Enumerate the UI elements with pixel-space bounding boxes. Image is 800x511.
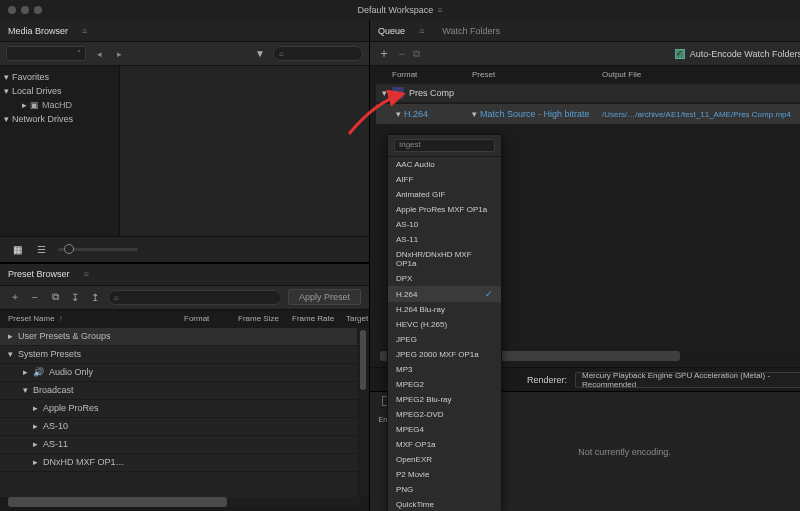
format-option[interactable]: MPEG2	[388, 377, 501, 392]
nav-forward-icon[interactable]: ▸	[112, 47, 126, 61]
format-option[interactable]: H.264 Blu-ray	[388, 302, 501, 317]
tree-local-drives[interactable]: Local Drives	[2, 84, 117, 98]
preset-dropdown-trigger[interactable]	[472, 109, 477, 119]
delete-preset-icon[interactable]: −	[28, 290, 42, 304]
media-browser-content	[120, 66, 369, 236]
format-option[interactable]: Apple ProRes MXF OP1a	[388, 202, 501, 217]
thumbnail-view-icon[interactable]: ▦	[10, 242, 24, 256]
renderer-dropdown[interactable]: Mercury Playback Engine GPU Acceleration…	[575, 372, 800, 388]
preset-row[interactable]: 🔊Audio Only	[0, 364, 357, 382]
format-option[interactable]: AIFF	[388, 172, 501, 187]
queue-job-row[interactable]: H.264 Match Source - High bitrate /Users…	[376, 104, 800, 124]
format-option[interactable]: MPEG2 Blu-ray	[388, 392, 501, 407]
job-format[interactable]: H.264	[404, 109, 428, 119]
format-option[interactable]: JPEG	[388, 332, 501, 347]
preset-vscroll[interactable]	[357, 328, 369, 498]
media-search-input[interactable]: ⌕	[273, 46, 363, 61]
comp-disclosure-icon[interactable]	[382, 88, 387, 98]
format-option[interactable]: JPEG 2000 MXF OP1a	[388, 347, 501, 362]
format-option[interactable]: MPEG4	[388, 422, 501, 437]
format-dropdown-trigger[interactable]	[396, 109, 401, 119]
remove-source-button[interactable]: −	[398, 47, 405, 61]
filter-icon[interactable]: ▼	[253, 47, 267, 61]
format-option[interactable]: OpenEXR	[388, 452, 501, 467]
preset-row[interactable]: DNxHD MXF OP1…	[0, 454, 357, 472]
traffic-min[interactable]	[21, 6, 29, 14]
thumbnail-zoom-slider[interactable]	[58, 248, 138, 251]
tab-queue[interactable]: Queue	[378, 26, 405, 36]
duplicate-button[interactable]: ⧉	[413, 48, 420, 60]
format-option[interactable]: MP3	[388, 362, 501, 377]
tab-media-browser[interactable]: Media Browser	[8, 26, 68, 36]
format-option[interactable]: H.264✓	[388, 286, 501, 302]
add-source-button[interactable]: ＋	[378, 45, 390, 62]
media-browser-path-dropdown[interactable]: ˅	[6, 46, 86, 61]
job-output-path[interactable]: /Users/…/archive/AE1/test_11_AME/Pres Co…	[602, 110, 791, 119]
media-browser-tree[interactable]: Favorites Local Drives ▣MacHD Network Dr…	[0, 66, 120, 236]
job-status: Ready	[795, 109, 800, 119]
comp-name: Pres Comp	[409, 88, 454, 98]
new-preset-icon[interactable]: ＋	[8, 290, 22, 304]
preset-search-input[interactable]: ⌕	[108, 290, 282, 305]
workspace-title[interactable]: Default Workspace	[357, 5, 433, 15]
preset-hscroll[interactable]	[8, 497, 361, 507]
import-preset-icon[interactable]: ↧	[68, 290, 82, 304]
format-dropdown-menu[interactable]: Ingest AAC AudioAIFFAnimated GIFApple Pr…	[387, 134, 502, 511]
format-option[interactable]: DPX	[388, 271, 501, 286]
preset-list[interactable]: User Presets & GroupsSystem Presets🔊Audi…	[0, 328, 357, 498]
traffic-close[interactable]	[8, 6, 16, 14]
renderer-label: Renderer:	[527, 375, 567, 385]
format-option[interactable]: AAC Audio	[388, 157, 501, 172]
job-preset[interactable]: Match Source - High bitrate	[480, 109, 590, 119]
tab-preset-browser[interactable]: Preset Browser	[8, 269, 70, 279]
queue-panel-menu-icon[interactable]: ≡	[419, 26, 424, 36]
media-browser-panel-menu-icon[interactable]: ≡	[82, 26, 87, 36]
apply-preset-button[interactable]: Apply Preset	[288, 289, 361, 305]
list-view-icon[interactable]: ☰	[34, 242, 48, 256]
format-option[interactable]: MXF OP1a	[388, 437, 501, 452]
preset-row[interactable]: System Presets	[0, 346, 357, 364]
preset-headers: Preset Name↑ Format Frame Size Frame Rat…	[0, 310, 369, 328]
format-option[interactable]: AS-11	[388, 232, 501, 247]
ae-comp-icon: Ae	[392, 87, 404, 99]
queue-headers: Format Preset Output File Status	[370, 66, 800, 82]
tab-watch-folders[interactable]: Watch Folders	[442, 26, 500, 36]
format-option[interactable]: AS-10	[388, 217, 501, 232]
preset-row[interactable]: AS-11	[0, 436, 357, 454]
preset-browser-panel-menu-icon[interactable]: ≡	[84, 269, 89, 279]
preset-row[interactable]: Broadcast	[0, 382, 357, 400]
format-option[interactable]: QuickTime	[388, 497, 501, 511]
format-option[interactable]: Animated GIF	[388, 187, 501, 202]
preset-row[interactable]: User Presets & Groups	[0, 328, 357, 346]
format-option[interactable]: PNG	[388, 482, 501, 497]
export-preset-icon[interactable]: ↥	[88, 290, 102, 304]
tree-mac-hd[interactable]: ▣MacHD	[2, 98, 117, 112]
queue-comp-row[interactable]: Ae Pres Comp	[376, 84, 800, 102]
auto-encode-toggle[interactable]: ✓Auto-Encode Watch Folders	[675, 49, 800, 59]
workspace-menu-icon[interactable]: ≡	[437, 5, 442, 15]
preset-settings-icon[interactable]: ⧉	[48, 290, 62, 304]
format-option[interactable]: P2 Movie	[388, 467, 501, 482]
format-option[interactable]: DNxHR/DNxHD MXF OP1a	[388, 247, 501, 271]
tree-network-drives[interactable]: Network Drives	[2, 112, 117, 126]
nav-back-icon[interactable]: ◂	[92, 47, 106, 61]
preset-row[interactable]: Apple ProRes	[0, 400, 357, 418]
format-option[interactable]: MPEG2-DVD	[388, 407, 501, 422]
preset-row[interactable]: AS-10	[0, 418, 357, 436]
format-dropdown-search[interactable]: Ingest	[394, 139, 495, 152]
tree-favorites[interactable]: Favorites	[2, 70, 117, 84]
format-option[interactable]: HEVC (H.265)	[388, 317, 501, 332]
traffic-max[interactable]	[34, 6, 42, 14]
